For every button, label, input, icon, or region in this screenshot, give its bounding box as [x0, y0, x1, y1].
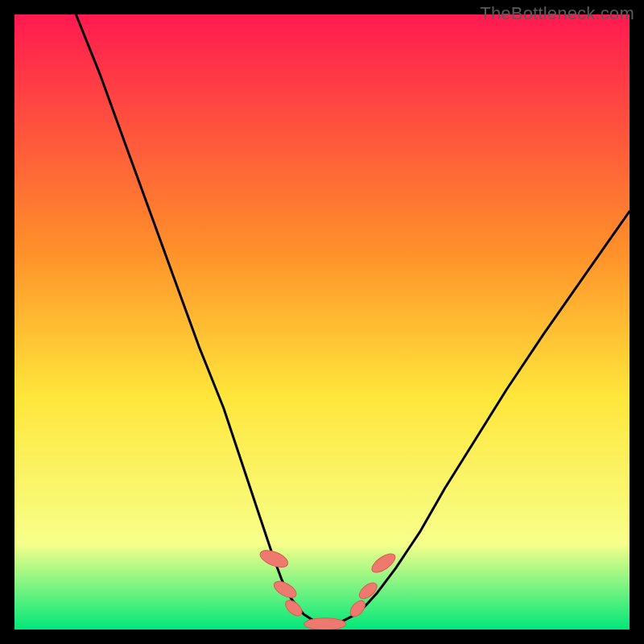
watermark-label: TheBottleneck.com — [480, 3, 634, 24]
chart-frame: TheBottleneck.com — [0, 0, 644, 644]
plot-area — [14, 14, 630, 630]
gradient-background — [14, 14, 630, 630]
bottleneck-chart — [14, 14, 630, 630]
sweet-spot-marker — [304, 618, 346, 630]
